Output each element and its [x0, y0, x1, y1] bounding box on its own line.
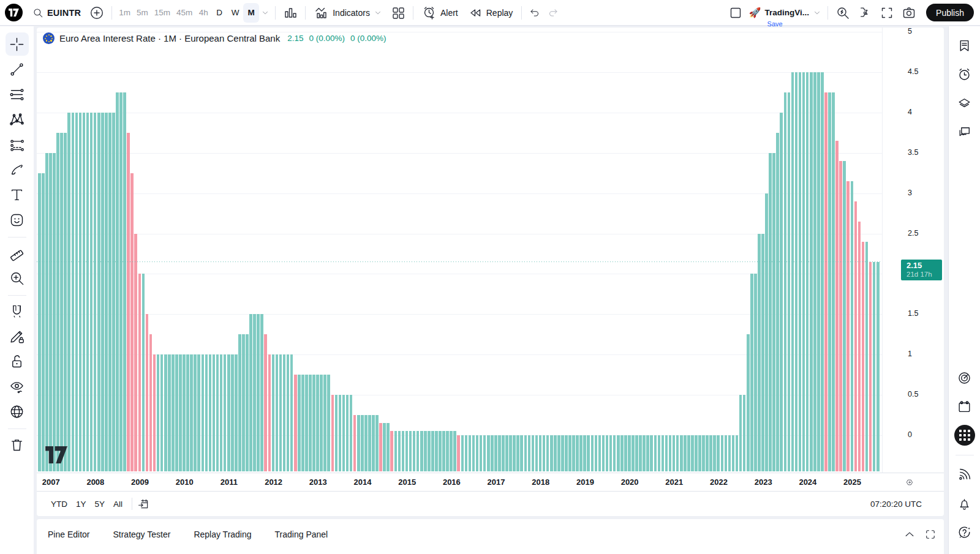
- replay-button[interactable]: Replay: [463, 3, 518, 23]
- tool-pattern-xabcd[interactable]: [6, 108, 29, 131]
- bottom-tab-replay-trading[interactable]: Replay Trading: [194, 530, 251, 539]
- watchlist-toggle[interactable]: [953, 34, 976, 57]
- globe-icon: [9, 403, 25, 420]
- publish-button[interactable]: Publish: [926, 4, 974, 21]
- tool-projection[interactable]: [6, 133, 29, 156]
- tool-zoom-in[interactable]: [6, 266, 29, 290]
- range-1y[interactable]: 1Y: [72, 497, 91, 511]
- streams-toggle[interactable]: [953, 463, 976, 486]
- chart-plot-area[interactable]: [37, 28, 882, 473]
- bottom-tab-pine-editor[interactable]: Pine Editor: [48, 530, 89, 539]
- chart-bar: [528, 435, 531, 471]
- chart-bar: [186, 354, 189, 471]
- tool-trend-line[interactable]: [6, 58, 29, 81]
- redo-button[interactable]: [544, 3, 562, 23]
- interval-45m[interactable]: 45m: [173, 3, 195, 23]
- go-to-date-icon[interactable]: [137, 498, 150, 511]
- interval-W[interactable]: W: [227, 3, 243, 23]
- account-menu[interactable]: 🚀 TradingVi... Save: [747, 7, 824, 18]
- expand-panel-chevron-icon[interactable]: [903, 528, 916, 541]
- price-axis[interactable]: 00.511.522.533.544.55: [882, 28, 944, 473]
- chart-bar: [402, 431, 405, 471]
- chart-bar: [383, 423, 386, 471]
- range-all[interactable]: All: [109, 497, 127, 511]
- alerts-panel-toggle[interactable]: [953, 62, 976, 86]
- chart-bar: [869, 262, 872, 471]
- watchlist-panel-toggle[interactable]: [725, 3, 747, 23]
- divider: [413, 6, 413, 20]
- chat-toggle[interactable]: [953, 120, 976, 143]
- chart-bar: [279, 354, 282, 471]
- chart-bar: [202, 354, 205, 471]
- tool-crosshair[interactable]: [6, 32, 29, 56]
- symbol-name: EUINTR: [47, 8, 81, 18]
- alert-button[interactable]: Alert: [417, 3, 463, 23]
- bottom-tab-trading-panel[interactable]: Trading Panel: [275, 530, 328, 539]
- time-tick-label: 2007: [42, 477, 60, 487]
- quick-search-button[interactable]: [832, 3, 854, 23]
- layout-templates-button[interactable]: [387, 3, 409, 23]
- divider: [827, 6, 828, 20]
- tool-remove-drawings[interactable]: [6, 433, 29, 456]
- chart-bar: [546, 435, 549, 471]
- tool-object-visibility-globe[interactable]: [6, 400, 29, 423]
- chart-bar: [127, 133, 130, 471]
- chart-bar: [524, 435, 527, 471]
- interval-4h[interactable]: 4h: [195, 3, 211, 23]
- interval-15m[interactable]: 15m: [151, 3, 173, 23]
- chart-bar: [276, 354, 279, 471]
- range-5y[interactable]: 5Y: [91, 497, 110, 511]
- time-axis[interactable]: 2007200820092010201120122013201420152016…: [37, 473, 944, 491]
- tool-brush[interactable]: [6, 158, 29, 181]
- chart-bar: [662, 435, 665, 471]
- clock-utc[interactable]: 07:20:20 UTC: [870, 500, 934, 509]
- indicators-label: Indicators: [333, 8, 370, 18]
- add-symbol-button[interactable]: [86, 3, 108, 23]
- interval-M[interactable]: M: [243, 3, 259, 23]
- interval-menu-button[interactable]: [259, 3, 271, 23]
- chart-bar: [119, 92, 123, 471]
- apps-menu-button[interactable]: [953, 424, 976, 447]
- tradingview-logo[interactable]: [5, 4, 23, 21]
- chart-bar: [364, 415, 368, 471]
- save-link[interactable]: Save: [767, 20, 783, 28]
- range-ytd[interactable]: YTD: [47, 497, 72, 511]
- tool-text[interactable]: [6, 183, 29, 206]
- time-tick-label: 2018: [532, 477, 549, 487]
- tool-measure[interactable]: [6, 241, 29, 264]
- chart-bar: [342, 395, 345, 471]
- chart-bar: [238, 334, 241, 471]
- chart-bar: [457, 435, 460, 471]
- fib-lines-icon: [9, 86, 25, 103]
- axis-settings-gear-icon[interactable]: [905, 477, 914, 487]
- indicators-button[interactable]: Indicators: [309, 3, 387, 23]
- interval-5m[interactable]: 5m: [134, 3, 151, 23]
- notifications-button[interactable]: [953, 492, 976, 515]
- chart-bar: [739, 395, 742, 471]
- bottom-tab-strategy-tester[interactable]: Strategy Tester: [113, 530, 170, 539]
- fullscreen-button[interactable]: [876, 3, 898, 23]
- price-tick-label: 3: [908, 189, 912, 197]
- tool-magnet[interactable]: [6, 299, 29, 323]
- chart-bar: [272, 354, 275, 471]
- undo-button[interactable]: [526, 3, 544, 23]
- interval-1m[interactable]: 1m: [116, 3, 134, 23]
- interval-D[interactable]: D: [211, 3, 227, 23]
- chart-bar: [609, 435, 612, 471]
- tool-fib-retracement[interactable]: [6, 83, 29, 106]
- hotlists-toggle[interactable]: [953, 366, 976, 389]
- symbol-search-button[interactable]: EUINTR: [28, 3, 86, 23]
- chart-legend[interactable]: Euro Area Interest Rate · 1M · European …: [43, 32, 386, 44]
- help-button[interactable]: [953, 520, 976, 544]
- tool-lock-drawings[interactable]: [6, 350, 29, 373]
- maximize-panel-icon[interactable]: [924, 528, 937, 541]
- tool-hide-drawings[interactable]: [6, 375, 29, 398]
- object-tree-toggle[interactable]: [953, 91, 976, 114]
- settings-button[interactable]: [854, 3, 876, 23]
- tool-stay-drawing-mode[interactable]: [6, 324, 29, 348]
- chart-bar: [824, 92, 827, 471]
- screenshot-button[interactable]: [898, 3, 920, 23]
- chart-style-button[interactable]: [279, 3, 301, 23]
- calendar-toggle[interactable]: [953, 395, 976, 418]
- tool-emoji[interactable]: [6, 208, 29, 231]
